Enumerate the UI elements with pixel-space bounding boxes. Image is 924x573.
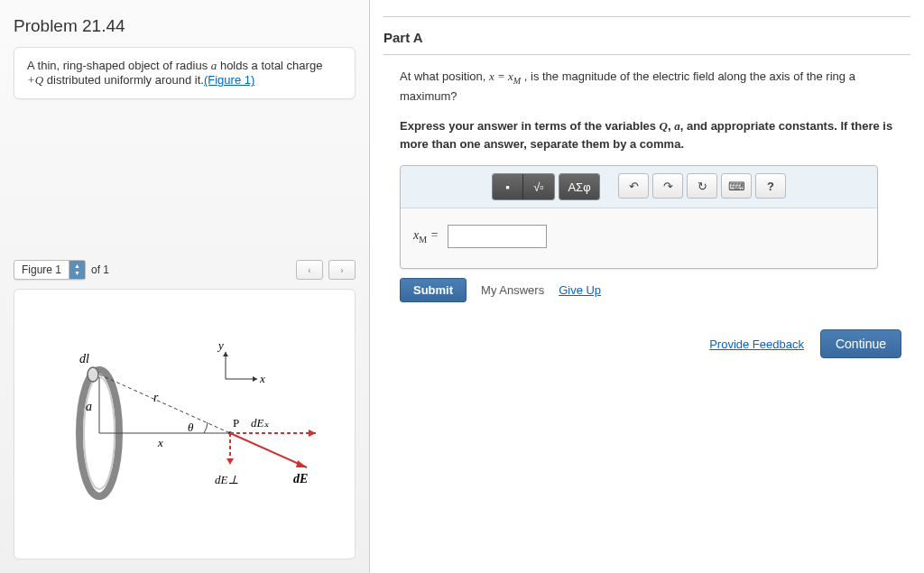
template-button[interactable]: ▪ bbox=[493, 174, 523, 199]
fig-label-x: x bbox=[157, 436, 163, 449]
problem-title: Problem 21.44 bbox=[14, 9, 356, 47]
fig-label-xaxis: x bbox=[259, 372, 265, 385]
svg-marker-6 bbox=[253, 376, 257, 382]
svg-marker-14 bbox=[226, 458, 234, 465]
figure-display: dl a r x y x θ bbox=[14, 289, 356, 559]
figure-selector-label: Figure 1 bbox=[14, 263, 69, 276]
figure-selector-arrows-icon: ▲▼ bbox=[69, 261, 85, 279]
redo-button[interactable]: ↷ bbox=[652, 173, 683, 199]
svg-marker-12 bbox=[309, 430, 316, 437]
reset-button[interactable]: ↻ bbox=[687, 173, 717, 199]
figure-count: of 1 bbox=[91, 263, 109, 276]
desc-text-2: holds a total charge bbox=[217, 59, 322, 72]
figure-navbar: Figure 1 ▲▼ of 1 ‹ › bbox=[14, 260, 356, 280]
fig-label-yaxis: y bbox=[217, 338, 224, 352]
figure-prev-button[interactable]: ‹ bbox=[296, 260, 323, 280]
instruction-text: Express your answer in terms of the vari… bbox=[400, 117, 910, 152]
submit-button[interactable]: Submit bbox=[400, 278, 467, 302]
desc-text-1: A thin, ring-shaped object of radius bbox=[27, 59, 211, 72]
instr-q: Q bbox=[660, 119, 668, 133]
fig-label-dex: dEₓ bbox=[251, 416, 269, 430]
answer-label: xM = bbox=[413, 228, 439, 245]
undo-button[interactable]: ↶ bbox=[618, 173, 649, 199]
problem-description: A thin, ring-shaped object of radius a h… bbox=[14, 47, 356, 99]
part-header: Part A bbox=[383, 17, 910, 55]
svg-marker-8 bbox=[223, 352, 228, 356]
keyboard-button[interactable]: ⌨ bbox=[721, 173, 752, 199]
q-sub: M bbox=[513, 76, 521, 86]
var-q: +Q bbox=[27, 73, 43, 87]
answer-label-eq: = bbox=[427, 228, 439, 242]
q-prefix: At what position, bbox=[400, 69, 489, 83]
bottom-actions: Provide Feedback Continue bbox=[383, 329, 910, 358]
figure-next-button[interactable]: › bbox=[328, 260, 356, 280]
right-panel: Part A At what position, x = xM , is the… bbox=[370, 0, 924, 573]
fig-label-a: a bbox=[86, 400, 92, 413]
svg-point-2 bbox=[88, 367, 98, 382]
fig-label-theta: θ bbox=[188, 421, 194, 434]
continue-button[interactable]: Continue bbox=[820, 329, 901, 358]
fig-label-deperp: dE⊥ bbox=[215, 473, 239, 486]
fig-label-p: P bbox=[233, 416, 239, 430]
instr-prefix: Express your answer in terms of the vari… bbox=[400, 119, 660, 133]
answer-field[interactable] bbox=[448, 225, 547, 248]
equation-toolbar: ▪ √▫ ΑΣφ ↶ ↷ ↻ ⌨ ? bbox=[401, 166, 877, 208]
q-eqn: x = x bbox=[489, 69, 513, 83]
figure-svg: dl a r x y x θ bbox=[36, 325, 334, 523]
fig-label-dl: dl bbox=[79, 352, 89, 365]
question-text: At what position, x = xM , is the magnit… bbox=[400, 68, 910, 105]
greek-button[interactable]: ΑΣφ bbox=[559, 174, 599, 199]
figure-selector[interactable]: Figure 1 ▲▼ bbox=[14, 260, 86, 280]
desc-text-3: distributed uniformly around it. bbox=[43, 73, 204, 87]
submit-row: Submit My Answers Give Up bbox=[400, 278, 910, 302]
help-button[interactable]: ? bbox=[755, 173, 786, 199]
fig-label-de: dE bbox=[293, 472, 308, 485]
my-answers-label: My Answers bbox=[481, 283, 544, 297]
answer-label-sub: M bbox=[419, 235, 427, 245]
provide-feedback-link[interactable]: Provide Feedback bbox=[709, 337, 804, 351]
figure-link[interactable]: (Figure 1) bbox=[204, 73, 254, 87]
fig-label-r: r bbox=[153, 391, 159, 404]
give-up-link[interactable]: Give Up bbox=[559, 283, 601, 297]
svg-line-15 bbox=[230, 433, 307, 467]
answer-input-box: ▪ √▫ ΑΣφ ↶ ↷ ↻ ⌨ ? xM = bbox=[400, 165, 878, 269]
sqrt-button[interactable]: √▫ bbox=[523, 174, 554, 199]
svg-marker-16 bbox=[296, 460, 307, 467]
left-panel: Problem 21.44 A thin, ring-shaped object… bbox=[0, 0, 370, 573]
